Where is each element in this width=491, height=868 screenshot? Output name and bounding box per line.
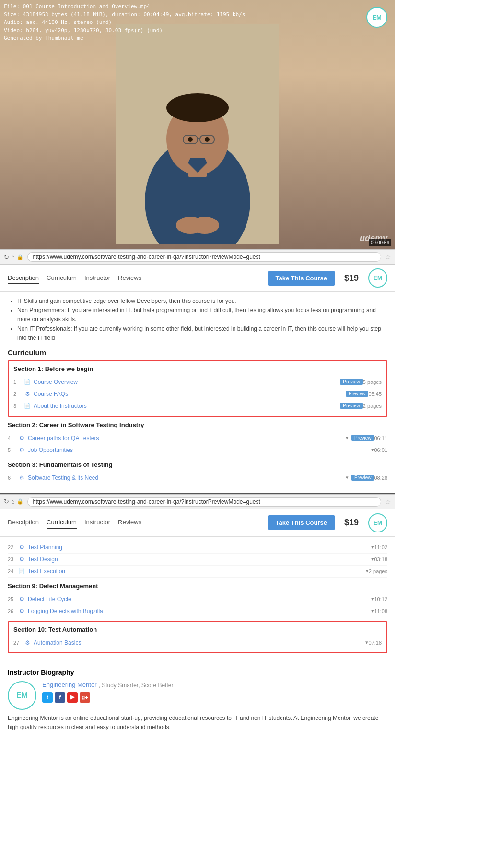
item-num-23: 23 xyxy=(8,556,17,562)
take-course-button-1[interactable]: Take This Course xyxy=(268,271,335,286)
section2-label: Section 2: Career in Software Testing In… xyxy=(8,421,387,428)
home-icon[interactable]: ⌂ xyxy=(11,254,15,261)
em-logo-video: EM xyxy=(366,7,387,28)
nav-tabs-1: Description Curriculum Instructor Review… xyxy=(8,272,258,284)
preview-badge-2[interactable]: Preview xyxy=(346,391,369,397)
curriculum-item-3: 3 📄 About the Instructors Preview 2 page… xyxy=(13,400,382,412)
price-label-1: $19 xyxy=(344,273,359,283)
item-duration-3: 2 pages xyxy=(363,403,382,409)
tab-curriculum-1[interactable]: Curriculum xyxy=(47,272,77,284)
bio-title: Instructor Biography xyxy=(8,669,387,676)
facebook-icon[interactable]: f xyxy=(55,692,65,703)
item-num-24: 24 xyxy=(8,568,17,574)
item-duration-24: 2 pages xyxy=(369,568,387,574)
item-link-2[interactable]: Course FAQs xyxy=(34,391,343,397)
lock-icon-2: 🔒 xyxy=(17,498,23,505)
browser-nav-icons[interactable]: ↻ ⌂ 🔒 xyxy=(4,254,23,261)
bio-em-logo: EM xyxy=(8,681,36,710)
curriculum-section-10-box: Section 10: Test Automation 27 ⚙ Automat… xyxy=(8,621,387,653)
description-bullets: IT Skills and gain competitive edge over… xyxy=(8,297,387,343)
curriculum-item-6: 6 ⚙ Software Testing & its Need ▾ Previe… xyxy=(8,472,387,484)
preview-badge-3[interactable]: Preview xyxy=(340,403,363,409)
bookmark-icon[interactable]: ☆ xyxy=(385,253,391,261)
item-link-22[interactable]: Test Planning xyxy=(28,544,369,551)
curriculum-main-title: Curriculum xyxy=(8,348,387,357)
item-duration-22: 11:02 xyxy=(374,544,387,550)
curriculum-section-2: Section 2: Career in Software Testing In… xyxy=(8,421,387,456)
tab-description-1[interactable]: Description xyxy=(8,272,39,284)
course-header-2: Description Curriculum Instructor Review… xyxy=(0,509,395,537)
item-link-27[interactable]: Automation Basics xyxy=(34,639,363,646)
curriculum-item-2: 2 ⚙ Course FAQs Preview 05:45 xyxy=(13,388,382,400)
svg-point-9 xyxy=(205,137,210,142)
item-link-3[interactable]: About the Instructors xyxy=(34,403,337,409)
tab-curriculum-2[interactable]: Curriculum xyxy=(47,517,77,529)
item-duration-6: 08:28 xyxy=(374,475,387,481)
item-link-5[interactable]: Job Opportunities xyxy=(28,447,369,453)
preview-badge-4[interactable]: Preview xyxy=(351,435,374,441)
svg-point-8 xyxy=(188,137,193,142)
tab-reviews-2[interactable]: Reviews xyxy=(118,517,141,529)
svg-point-12 xyxy=(190,217,219,234)
item-num-1: 1 xyxy=(13,379,23,385)
item-duration-25: 10:12 xyxy=(374,596,387,602)
item-duration-4: 06:11 xyxy=(374,435,387,441)
dropdown-arrow-6: ▾ xyxy=(346,475,349,481)
bio-info: Engineering Mentor , Study Smarter, Scor… xyxy=(42,681,387,703)
video-timestamp: 00:00:56 xyxy=(369,239,391,246)
preview-badge-6[interactable]: Preview xyxy=(351,475,374,481)
preview-badge-1[interactable]: Preview xyxy=(340,379,363,385)
refresh-icon-2[interactable]: ↻ xyxy=(4,498,9,505)
item-duration-23: 03:18 xyxy=(374,556,387,562)
item-duration-26: 11:08 xyxy=(374,608,387,614)
item-num-5: 5 xyxy=(8,447,17,453)
svg-point-4 xyxy=(166,93,229,122)
doc-icon-3: 📄 xyxy=(23,403,32,409)
section1-label: Section 1: Before we begin xyxy=(13,365,382,372)
home-icon-2[interactable]: ⌂ xyxy=(11,498,15,505)
lock-icon: 🔒 xyxy=(17,254,23,260)
bio-tagline: , Study Smarter, Score Better xyxy=(98,682,173,689)
em-logo-header-2: EM xyxy=(368,513,387,532)
gear-icon-5: ⚙ xyxy=(17,447,26,453)
item-num-2: 2 xyxy=(13,391,23,397)
bio-row: EM Engineering Mentor , Study Smarter, S… xyxy=(8,681,387,710)
bullet-2: Non Programmers: If you are interested i… xyxy=(17,306,387,324)
tab-reviews-1[interactable]: Reviews xyxy=(118,272,141,284)
bullet-3: Non IT Professionals: If you are current… xyxy=(17,324,387,343)
item-link-26[interactable]: Logging Defects with Bugzilla xyxy=(28,608,369,614)
twitter-icon[interactable]: t xyxy=(42,692,53,703)
googleplus-icon[interactable]: g+ xyxy=(80,692,90,703)
item-link-4[interactable]: Career paths for QA Testers xyxy=(28,435,344,441)
item-num-3: 3 xyxy=(13,403,23,409)
url-bar-2[interactable]: https://www.udemy.com/software-testing-a… xyxy=(27,497,381,507)
refresh-icon[interactable]: ↻ xyxy=(4,254,9,261)
bio-name-link[interactable]: Engineering Mentor xyxy=(42,681,96,688)
take-course-button-2[interactable]: Take This Course xyxy=(268,515,335,530)
bookmark-icon-2[interactable]: ☆ xyxy=(385,498,391,506)
nav-tabs-2: Description Curriculum Instructor Review… xyxy=(8,517,258,529)
curriculum-item-26: 26 ⚙ Logging Defects with Bugzilla ▾ 11:… xyxy=(8,605,387,617)
gear-icon-25: ⚙ xyxy=(17,596,26,602)
item-link-6[interactable]: Software Testing & its Need xyxy=(28,475,344,481)
item-duration-2: 05:45 xyxy=(368,391,382,397)
course-header-1: Description Curriculum Instructor Review… xyxy=(0,265,395,292)
youtube-icon[interactable]: ▶ xyxy=(67,692,78,703)
item-link-25[interactable]: Defect Life Cycle xyxy=(28,596,369,602)
gear-icon-26: ⚙ xyxy=(17,608,26,614)
item-link-23[interactable]: Test Design xyxy=(28,556,369,563)
browser-nav-icons-2[interactable]: ↻ ⌂ 🔒 xyxy=(4,498,23,505)
curriculum-item-5: 5 ⚙ Job Opportunities ▾ 06:01 xyxy=(8,444,387,456)
second-screenshot: ↻ ⌂ 🔒 https://www.udemy.com/software-tes… xyxy=(0,494,395,738)
item-link-1[interactable]: Course Overview xyxy=(34,379,337,385)
section3-label: Section 3: Fundamentals of Testing xyxy=(8,461,387,468)
tab-instructor-1[interactable]: Instructor xyxy=(84,272,110,284)
curriculum-section-3: Section 3: Fundamentals of Testing 6 ⚙ S… xyxy=(8,461,387,484)
curriculum-section-1-box: Section 1: Before we begin 1 📄 Course Ov… xyxy=(8,360,387,417)
curriculum-item-4: 4 ⚙ Career paths for QA Testers ▾ Previe… xyxy=(8,432,387,444)
item-link-24[interactable]: Test Execution xyxy=(28,568,364,575)
item-duration-27: 07:18 xyxy=(368,640,382,646)
tab-description-2[interactable]: Description xyxy=(8,517,39,529)
tab-instructor-2[interactable]: Instructor xyxy=(84,517,110,529)
url-bar-1[interactable]: https://www.udemy.com/software-testing-a… xyxy=(27,252,381,262)
